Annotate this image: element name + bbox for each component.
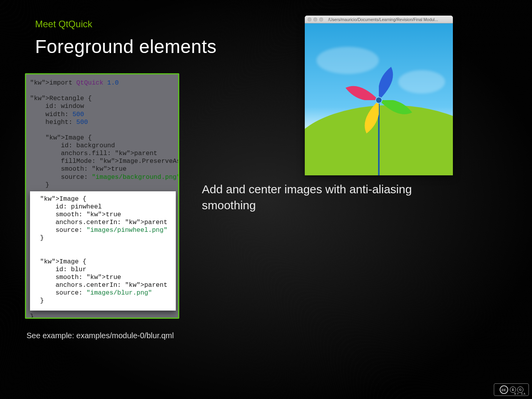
code-highlight: "kw">Image { id: pinwheel smooth: "kw">t… (30, 191, 176, 311)
pinwheel-blade-green (379, 100, 414, 135)
slide: Meet QtQuick Foreground elements "kw">im… (0, 0, 532, 399)
example-reference: See example: examples/module-0/blur.qml (27, 331, 174, 340)
cc-icon: cc (500, 385, 508, 394)
scene (305, 23, 453, 175)
minimize-icon[interactable] (313, 18, 317, 21)
code-panel: "kw">import QtQuick 1.0 "kw">Rectangle {… (25, 73, 179, 319)
caption: Add and center images with anti-aliasing… (202, 182, 451, 213)
window-title: /Users/mauricio/Documents/Learning/Revis… (326, 17, 453, 22)
code-dimmed: "kw">import QtQuick 1.0 "kw">Rectangle {… (26, 74, 178, 191)
pinwheel-hub-icon (375, 97, 382, 104)
pinwheel-blade-blue (379, 65, 414, 100)
pinwheel-blade-yellow (344, 100, 379, 135)
cc-sa-icon (517, 387, 523, 393)
pinwheel-blade-red (344, 65, 379, 100)
section-label: Meet QtQuick (35, 19, 92, 30)
app-window: /Users/mauricio/Documents/Learning/Revis… (305, 16, 453, 175)
cc-license-badge: cc BY SA (494, 383, 529, 396)
svg-point-0 (512, 388, 513, 389)
svg-rect-1 (512, 389, 513, 391)
slide-title: Foreground elements (35, 36, 217, 57)
titlebar: /Users/mauricio/Documents/Learning/Revis… (305, 16, 453, 23)
cc-by-icon (510, 387, 516, 393)
zoom-icon[interactable] (319, 18, 323, 21)
cc-labels: BY SA (514, 392, 526, 395)
traffic-lights (305, 18, 326, 21)
code-dimmed-tail: } (26, 313, 178, 319)
close-icon[interactable] (308, 18, 311, 21)
